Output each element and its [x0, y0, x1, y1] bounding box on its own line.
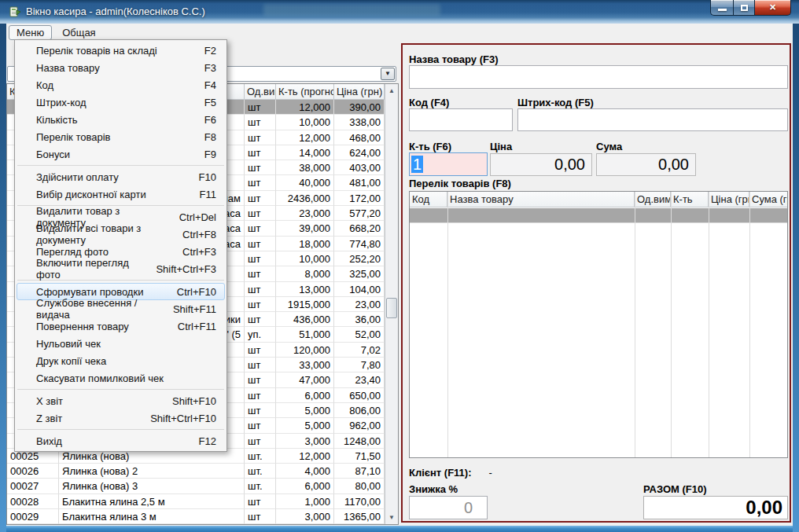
- stock-cell: Ялинка (нова) 2: [59, 464, 245, 479]
- app-icon: [9, 6, 21, 18]
- stock-column-header[interactable]: Од.вим: [245, 84, 276, 99]
- window-border-left: [0, 24, 6, 532]
- menu-item-label: Перелік товарів на складі: [36, 45, 157, 57]
- stock-cell: Ялинка (нова) 3: [59, 479, 245, 493]
- stock-cell: шт.: [245, 479, 276, 493]
- stock-table-row[interactable]: 00026Ялинка (нова) 2шт.4,00087,10: [7, 464, 398, 479]
- scrollbar-thumb[interactable]: [386, 298, 397, 318]
- sum-field: 0,00: [596, 153, 696, 176]
- cashier-window: Вікно касира - admin(Колесніков С.С.) ✕ …: [0, 0, 799, 532]
- menu-item[interactable]: Службове внесення / видачаShift+F11: [17, 300, 225, 317]
- stock-cell: 6,000: [276, 479, 334, 493]
- receipt-column-header[interactable]: К-ть: [671, 192, 709, 207]
- menu-item[interactable]: Повернення товаруCtrl+F11: [17, 317, 225, 335]
- scroll-down-icon[interactable]: ▼: [385, 511, 398, 524]
- menu-item[interactable]: X звітShift+F10: [17, 392, 225, 409]
- stock-table-scrollbar[interactable]: ▲ ▼: [385, 84, 398, 524]
- combobox-dropdown-button[interactable]: ▼: [381, 68, 395, 80]
- menu-item[interactable]: КількістьF6: [17, 111, 225, 128]
- receipt-column-header[interactable]: Назва товару: [447, 192, 635, 207]
- titlebar[interactable]: Вікно касира - admin(Колесніков С.С.) ✕: [0, 0, 799, 24]
- stock-table-row[interactable]: 00029Блакитна ялина 3 мшт3,0001365,00: [7, 509, 398, 524]
- stock-cell: 00029: [7, 509, 59, 524]
- stock-cell: шт: [245, 221, 276, 236]
- quantity-input[interactable]: 1: [409, 152, 488, 176]
- window-controls: ✕: [710, 0, 791, 16]
- stock-cell: 252,20: [334, 251, 385, 266]
- stock-cell: 5,000: [276, 403, 334, 418]
- stock-column-header[interactable]: Ціна (грн): [334, 84, 385, 99]
- menubar-item-obschaya[interactable]: Общая: [54, 25, 104, 40]
- stock-table-row[interactable]: 00027Ялинка (нова) 3шт.6,00080,00: [7, 479, 398, 493]
- receipt-selected-row[interactable]: [410, 208, 787, 223]
- sale-panel: Назва товару (F3) Код (F4) Штрих-код (F5…: [401, 43, 791, 523]
- receipt-column-header[interactable]: Ціна (грн): [709, 192, 749, 207]
- receipt-column-header[interactable]: Код: [410, 192, 447, 207]
- window-border-right: [793, 24, 799, 532]
- menu-item-label: X звіт: [36, 395, 63, 407]
- menubar-item-menu[interactable]: Меню: [9, 25, 52, 40]
- minimize-button[interactable]: [710, 0, 733, 16]
- menu-item[interactable]: Назва товаруF3: [17, 59, 225, 76]
- discount-label: Знижка %: [409, 483, 458, 495]
- menu-item[interactable]: Вибір дисконтної картиF11: [17, 185, 225, 203]
- stock-cell: 436,000: [276, 312, 334, 327]
- stock-table-row[interactable]: 00028Блакитна ялина 2,5 мшт1,0001170,00: [7, 494, 398, 509]
- menu-item-label: Назва товару: [36, 62, 100, 74]
- stock-cell: шт: [245, 358, 276, 372]
- stock-cell: 481,00: [334, 175, 385, 190]
- selected-text: 1: [411, 156, 423, 173]
- stock-cell: шт: [245, 130, 276, 145]
- stock-cell: 23,00: [334, 297, 385, 312]
- stock-cell: 325,00: [334, 266, 385, 281]
- client-label: Клієнт (F11):: [409, 467, 472, 479]
- stock-cell: 962,00: [334, 418, 385, 433]
- menu-item[interactable]: Нульовий чек: [17, 335, 225, 352]
- stock-cell: 38,000: [276, 160, 334, 175]
- stock-cell: шт: [245, 191, 276, 206]
- menu-item[interactable]: БонусиF9: [17, 145, 225, 163]
- menu-item-shortcut: F12: [188, 435, 216, 447]
- menu-item-label: Вихід: [36, 435, 62, 447]
- stock-cell: шт.: [245, 464, 276, 479]
- menu-item[interactable]: Перелік товарівF8: [17, 128, 225, 145]
- stock-cell: 23,000: [276, 206, 334, 221]
- menu-item-label: Службове внесення / видача: [36, 297, 162, 321]
- menu-item[interactable]: Друк копії чека: [17, 352, 225, 369]
- stock-cell: 1915,000: [276, 297, 334, 312]
- maximize-button[interactable]: [733, 0, 755, 16]
- menu-item[interactable]: Включити перегляд фотоShift+Ctrl+F3: [17, 260, 225, 277]
- code-label: Код (F4): [409, 97, 449, 108]
- stock-cell: шт: [245, 145, 276, 160]
- total-label: РАЗОМ (F10): [643, 483, 707, 495]
- menu-item[interactable]: КодF4: [17, 76, 225, 94]
- stock-cell: 71,50: [334, 449, 385, 464]
- stock-cell: 51,000: [276, 327, 334, 342]
- menu-item[interactable]: Видалити всі товари з документуCtrl+F8: [17, 226, 225, 243]
- stock-cell: 87,10: [334, 464, 385, 479]
- menu-item-shortcut: Shift+Ctrl+F10: [139, 413, 216, 424]
- grid-line: [709, 192, 709, 457]
- stock-cell: шт: [245, 509, 276, 524]
- stock-cell: шт: [245, 343, 276, 358]
- product-name-input[interactable]: [409, 65, 788, 89]
- stock-column-header[interactable]: К-ть (прогноз): [276, 84, 334, 99]
- code-input[interactable]: [409, 108, 513, 131]
- menu-item[interactable]: Скасувати помилковий чек: [17, 369, 225, 387]
- price-field: 0,00: [490, 153, 592, 176]
- barcode-input[interactable]: [517, 108, 788, 131]
- close-button[interactable]: ✕: [755, 0, 791, 16]
- menu-item[interactable]: ВихідF12: [17, 432, 225, 449]
- receipt-column-header[interactable]: Сума (грн): [749, 192, 788, 207]
- menu-item-shortcut: F2: [193, 45, 216, 57]
- discount-input[interactable]: 0: [409, 496, 488, 519]
- menu-item-label: Перегляд фото: [36, 246, 109, 258]
- menu-item[interactable]: Штрих-кодF5: [17, 94, 225, 111]
- scroll-up-icon[interactable]: ▲: [385, 84, 398, 97]
- menu-item[interactable]: Здійснити оплатуF10: [17, 168, 225, 185]
- menu-item[interactable]: Z звітShift+Ctrl+F10: [17, 409, 225, 427]
- receipt-column-header[interactable]: Од.вим: [635, 192, 671, 207]
- menu-item[interactable]: Перелік товарів на складіF2: [17, 42, 225, 59]
- stock-cell: шт: [245, 434, 276, 449]
- stock-cell: шт: [245, 237, 276, 251]
